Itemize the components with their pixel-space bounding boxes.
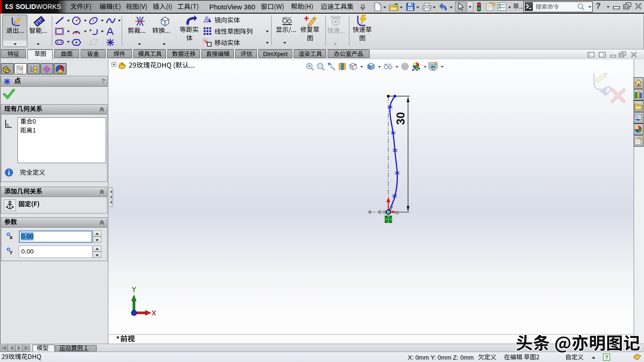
svg-text:30: 30	[394, 112, 407, 125]
